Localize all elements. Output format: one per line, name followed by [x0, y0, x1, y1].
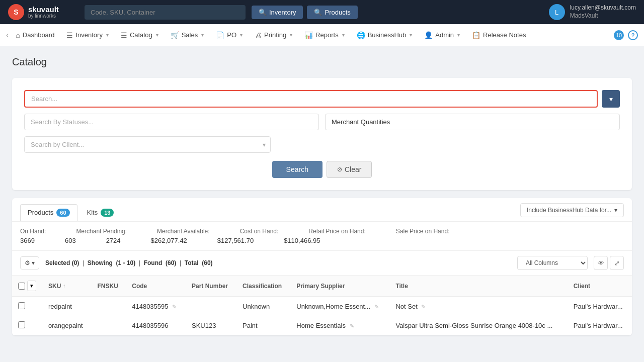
nav-label-po: PO	[227, 31, 236, 39]
tabs-right: Include BusinessHub Data for... ▾	[520, 203, 624, 217]
td-fnsku-1	[91, 316, 126, 335]
topbar-inventory-button[interactable]: 🔍 Inventory	[252, 6, 303, 19]
nav-item-reports[interactable]: 📊 Reports ▾	[299, 28, 350, 42]
select-all-checkbox[interactable]	[18, 283, 25, 290]
nav-item-catalog[interactable]: ☰ Catalog ▾	[116, 28, 164, 42]
nav-item-sales[interactable]: 🛒 Sales ▾	[166, 28, 209, 42]
sales-icon: 🛒	[171, 31, 179, 39]
logo-area: S skuvault by linnworks	[8, 4, 78, 20]
sku-sort-header[interactable]: SKU ↑	[48, 283, 85, 290]
edit-icon-code-0[interactable]: ✎	[172, 304, 177, 310]
td-title-0: Not Set ✎	[389, 297, 567, 316]
products-table: ▾ SKU ↑ FNSKU Code Part Number Class	[12, 276, 632, 335]
nav-item-printing[interactable]: 🖨 Printing ▾	[250, 28, 297, 42]
home-icon: ⌂	[16, 31, 20, 39]
inventory-icon: ☰	[66, 31, 73, 39]
table-row: redpaint 4148035595 ✎ Unknown Unknown,Ho…	[12, 297, 632, 316]
nav-item-dashboard[interactable]: ⌂ Dashboard	[11, 28, 59, 42]
search-button[interactable]: Search	[272, 161, 323, 178]
search-dropdown-button[interactable]: ▾	[602, 90, 620, 108]
printing-icon: 🖨	[255, 31, 262, 39]
chevron-down-icon-printing: ▾	[290, 32, 292, 38]
th-partnumber: Part Number	[186, 276, 236, 297]
client-search-input[interactable]	[24, 136, 271, 153]
stats-row: On Hand: Merchant Pending: Merchant Avai…	[12, 222, 632, 251]
check-header-dropdown[interactable]: ▾	[27, 281, 36, 291]
chevron-down-icon-client: ▾	[263, 141, 266, 148]
tabs-section: Products 60 Kits 13 Include BusinessHub …	[12, 198, 632, 335]
stat-value-onhand: 3669	[20, 237, 35, 244]
stat-value-costonhand: $262,077.42	[151, 237, 187, 244]
user-email: lucy.allen@skuvault.com	[570, 4, 636, 12]
nav-label-catalog: Catalog	[130, 31, 152, 39]
row-checkbox-0[interactable]	[18, 302, 25, 309]
page-title: Catalog	[12, 56, 632, 68]
expand-view-button[interactable]: ⤢	[610, 256, 624, 270]
topbar: S skuvault by linnworks 🔍 Inventory 🔍 Pr…	[0, 0, 644, 24]
chevron-down-icon: ▾	[106, 32, 109, 38]
topbar-products-button[interactable]: 🔍 Products	[307, 6, 357, 19]
view-icons: 👁 ⤢	[594, 256, 624, 270]
stat-value-retail: $127,561.70	[217, 237, 254, 244]
all-columns-select[interactable]: All Columns	[517, 256, 588, 270]
eye-view-button[interactable]: 👁	[594, 256, 608, 270]
nav-item-releasenotes[interactable]: 📋 Release Notes	[467, 28, 531, 42]
navbar: ‹ ⌂ Dashboard ☰ Inventory ▾ ☰ Catalog ▾ …	[0, 24, 644, 46]
filter-row2: ▾	[24, 136, 620, 153]
avatar: L	[549, 4, 565, 20]
user-info: lucy.allen@skuvault.com MadsVault	[570, 4, 636, 20]
nav-item-businesshub[interactable]: 🌐 BusinessHub ▾	[352, 28, 418, 42]
notification-badge[interactable]: 10	[614, 30, 624, 40]
th-code: Code	[126, 276, 186, 297]
td-client-0: Paul's Hardwar...	[568, 297, 632, 316]
nav-label-reports: Reports	[315, 31, 339, 39]
row-checkbox-1[interactable]	[18, 321, 25, 328]
filter-icon: ⊘	[337, 166, 342, 173]
clear-button[interactable]: ⊘ Clear	[327, 161, 372, 178]
eye-icon: 👁	[598, 259, 604, 267]
chevron-down-icon-reports: ▾	[342, 32, 345, 38]
edit-icon-supplier-0[interactable]: ✎	[374, 304, 379, 310]
gear-icon: ⚙	[25, 259, 30, 266]
nav-label-businesshub: BusinessHub	[368, 31, 407, 39]
gear-dropdown-button[interactable]: ⚙ ▾	[20, 256, 39, 269]
edit-icon-title-0[interactable]: ✎	[421, 304, 426, 310]
nav-item-po[interactable]: 📄 PO ▾	[211, 28, 248, 42]
back-arrow-icon[interactable]: ‹	[6, 31, 9, 40]
include-businesshub-dropdown[interactable]: Include BusinessHub Data for... ▾	[520, 203, 624, 217]
main-search-row: ▾	[24, 90, 620, 108]
merchant-quantities-select[interactable]: Merchant Quantities On Hand Quantities	[325, 114, 620, 130]
th-primarysupplier: Primary Supplier	[290, 276, 389, 297]
tab-kits[interactable]: Kits 13	[79, 204, 122, 221]
chevron-down-icon-search: ▾	[609, 95, 613, 103]
chevron-down-icon-include: ▾	[614, 207, 617, 214]
nav-label-printing: Printing	[264, 31, 286, 39]
stat-value-sale: $110,466.95	[284, 237, 320, 244]
tab-products[interactable]: Products 60	[20, 204, 77, 221]
nav-label-inventory: Inventory	[75, 31, 102, 39]
td-code-1: 4148035596	[126, 316, 186, 335]
th-title: Title	[389, 276, 567, 297]
global-search-input[interactable]	[85, 5, 246, 20]
nav-item-inventory[interactable]: ☰ Inventory ▾	[61, 28, 113, 42]
global-search-bar	[85, 5, 246, 20]
chevron-down-icon-gear: ▾	[32, 259, 35, 266]
main-search-input[interactable]	[24, 90, 598, 108]
logo-sub: by linnworks	[28, 13, 59, 19]
td-partnumber-0	[186, 297, 236, 316]
status-search-input[interactable]	[24, 114, 319, 130]
chevron-down-icon-catalog: ▾	[156, 32, 158, 38]
edit-icon-supplier-1[interactable]: ✎	[350, 323, 354, 329]
client-input-wrap: ▾	[24, 136, 271, 153]
page-content: Catalog ▾ Merchant Quantities On Hand Qu…	[0, 46, 644, 345]
nav-right: 10 ?	[614, 30, 638, 40]
td-title-1: Valspar Ultra Semi-Gloss Sunrise Orange …	[389, 316, 567, 335]
stat-label-retail: Retail Price on Hand:	[308, 228, 365, 235]
nav-item-admin[interactable]: 👤 Admin ▾	[419, 28, 465, 42]
th-fnsku: FNSKU	[91, 276, 126, 297]
chevron-down-icon-admin: ▾	[457, 32, 460, 38]
td-checkbox-1	[12, 316, 42, 335]
help-button[interactable]: ?	[628, 30, 638, 40]
th-client: Client	[568, 276, 632, 297]
search-actions: Search ⊘ Clear	[24, 161, 620, 178]
